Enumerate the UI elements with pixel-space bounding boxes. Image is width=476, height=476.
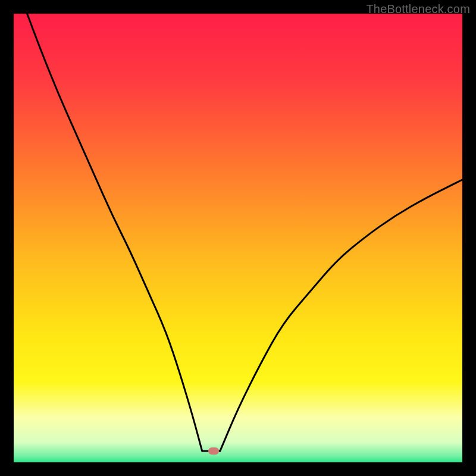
plot-area [14, 14, 462, 462]
bottleneck-curve [27, 14, 462, 451]
minimum-marker [208, 447, 219, 455]
chart-frame: TheBottleneck.com [0, 0, 476, 476]
curve-layer [14, 14, 462, 462]
